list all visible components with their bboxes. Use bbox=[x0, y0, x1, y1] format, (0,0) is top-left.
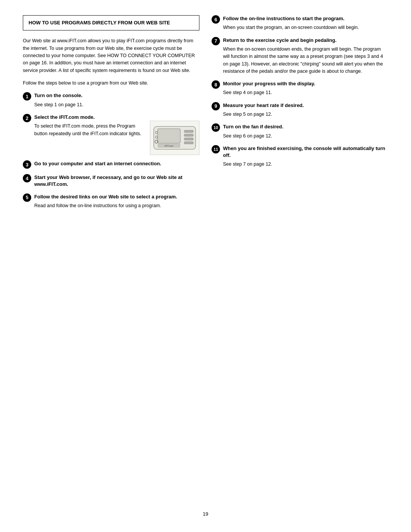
step-5-desc: Read and follow the on-line instructions… bbox=[34, 202, 199, 209]
step-11-title: When you are finished exercising, the co… bbox=[223, 145, 388, 159]
step-6-number: 6 bbox=[212, 15, 220, 24]
step-7-number: 7 bbox=[212, 37, 220, 45]
step-3-number: 3 bbox=[23, 160, 31, 169]
header-box: HOW TO USE PROGRAMS DIRECTLY FROM OUR WE… bbox=[23, 15, 199, 30]
console-image: iFIT.com bbox=[150, 121, 199, 155]
step-8-content: Monitor your progress with the display. … bbox=[223, 80, 388, 97]
header-title: HOW TO USE PROGRAMS DIRECTLY FROM OUR WE… bbox=[29, 19, 194, 26]
step-4: 4 Start your Web browser, if necessary, … bbox=[23, 174, 199, 188]
step-1-desc: See step 1 on page 11. bbox=[34, 101, 199, 109]
step-2-desc: To select the iFIT.com mode, press the P… bbox=[34, 123, 146, 137]
step-8-desc: See step 4 on page 11. bbox=[223, 89, 388, 96]
intro-paragraph-1: Our Web site at www.iFIT.com allows you … bbox=[23, 37, 199, 74]
step-6-title: Follow the on-line instructions to start… bbox=[223, 15, 388, 22]
intro-paragraph-2: Follow the steps below to use a program … bbox=[23, 80, 199, 87]
step-3: 3 Go to your computer and start an inter… bbox=[23, 160, 199, 169]
svg-rect-7 bbox=[184, 130, 193, 133]
step-4-title: Start your Web browser, if necessary, an… bbox=[34, 174, 199, 188]
step-9: 9 Measure your heart rate if desired. Se… bbox=[212, 102, 388, 118]
step-9-title: Measure your heart rate if desired. bbox=[223, 102, 388, 109]
right-column: 6 Follow the on-line instructions to sta… bbox=[212, 15, 388, 215]
step-2-text: To select the iFIT.com mode, press the P… bbox=[34, 121, 146, 137]
step-2-number: 2 bbox=[23, 114, 31, 122]
step-3-content: Go to your computer and start an interne… bbox=[34, 160, 199, 167]
svg-rect-1 bbox=[158, 129, 180, 143]
step-7: 7 Return to the exercise cycle and begin… bbox=[212, 37, 388, 75]
console-svg: iFIT.com bbox=[152, 123, 198, 153]
left-column: HOW TO USE PROGRAMS DIRECTLY FROM OUR WE… bbox=[23, 15, 199, 215]
step-10-desc: See step 6 on page 12. bbox=[223, 133, 388, 140]
step-7-title: Return to the exercise cycle and begin p… bbox=[223, 37, 388, 44]
step-6: 6 Follow the on-line instructions to sta… bbox=[212, 15, 388, 32]
step-4-content: Start your Web browser, if necessary, an… bbox=[34, 174, 199, 188]
step-5-title: Follow the desired links on our Web site… bbox=[34, 193, 199, 200]
step-10-title: Turn on the fan if desired. bbox=[223, 123, 388, 130]
step-8: 8 Monitor your progress with the display… bbox=[212, 80, 388, 97]
step-5: 5 Follow the desired links on our Web si… bbox=[23, 193, 199, 210]
page-number: 19 bbox=[203, 511, 208, 517]
page: HOW TO USE PROGRAMS DIRECTLY FROM OUR WE… bbox=[0, 0, 411, 532]
svg-text:iFIT.com: iFIT.com bbox=[165, 145, 174, 147]
step-8-title: Monitor your progress with the display. bbox=[223, 80, 388, 87]
step-11-desc: See step 7 on page 12. bbox=[223, 161, 388, 168]
step-10: 10 Turn on the fan if desired. See step … bbox=[212, 123, 388, 140]
step-1: 1 Turn on the console. See step 1 on pag… bbox=[23, 92, 199, 109]
step-4-number: 4 bbox=[23, 174, 31, 182]
step-3-title: Go to your computer and start an interne… bbox=[34, 160, 199, 167]
step-10-number: 10 bbox=[212, 123, 220, 132]
two-column-layout: HOW TO USE PROGRAMS DIRECTLY FROM OUR WE… bbox=[23, 15, 388, 215]
step-7-content: Return to the exercise cycle and begin p… bbox=[223, 37, 388, 75]
step-11-number: 11 bbox=[212, 145, 220, 153]
step-1-content: Turn on the console. See step 1 on page … bbox=[34, 92, 199, 109]
step-6-desc: When you start the program, an on-screen… bbox=[223, 24, 388, 31]
step-11-content: When you are finished exercising, the co… bbox=[223, 145, 388, 168]
step-7-desc: When the on-screen countdown ends, the p… bbox=[223, 46, 388, 75]
step-6-content: Follow the on-line instructions to start… bbox=[223, 15, 388, 32]
step-10-content: Turn on the fan if desired. See step 6 o… bbox=[223, 123, 388, 140]
step-2: 2 Select the iFIT.com mode. To select th… bbox=[23, 114, 199, 155]
step-9-content: Measure your heart rate if desired. See … bbox=[223, 102, 388, 118]
step-11: 11 When you are finished exercising, the… bbox=[212, 145, 388, 168]
step-1-number: 1 bbox=[23, 92, 31, 101]
step-9-desc: See step 5 on page 12. bbox=[223, 111, 388, 118]
step-5-number: 5 bbox=[23, 193, 31, 202]
step-5-content: Follow the desired links on our Web site… bbox=[34, 193, 199, 210]
svg-rect-10 bbox=[184, 142, 193, 144]
step-8-number: 8 bbox=[212, 80, 220, 89]
step-2-content: Select the iFIT.com mode. To select the … bbox=[34, 114, 199, 155]
step-2-with-image: To select the iFIT.com mode, press the P… bbox=[34, 121, 199, 155]
step-9-number: 9 bbox=[212, 102, 220, 110]
svg-rect-9 bbox=[184, 138, 193, 140]
svg-rect-8 bbox=[184, 134, 193, 136]
step-1-title: Turn on the console. bbox=[34, 92, 199, 99]
step-2-title: Select the iFIT.com mode. bbox=[34, 114, 199, 121]
